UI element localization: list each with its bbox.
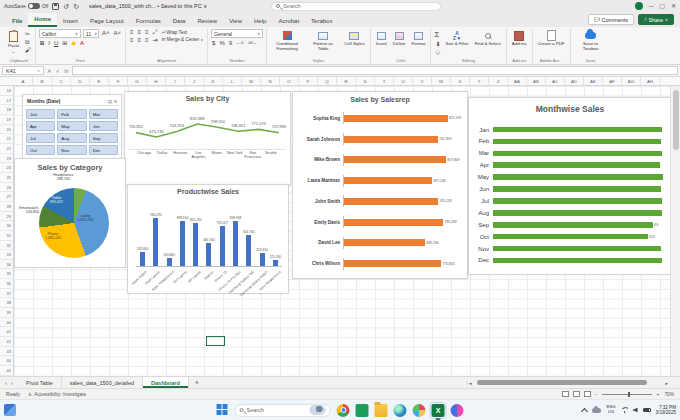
redo-icon[interactable]: ↻ [73, 3, 79, 10]
title-search-box[interactable]: Search [271, 2, 441, 11]
format-cells-button[interactable]: Format [410, 29, 428, 48]
productwise-sales-chart[interactable]: Productwise Sales 282,800960,290165,8608… [127, 184, 289, 294]
row-header-24[interactable]: 24 [0, 163, 13, 173]
name-box[interactable]: K41 ∨ [2, 66, 44, 75]
insert-cells-button[interactable]: Insert [374, 29, 389, 48]
column-header-AH[interactable]: AH [641, 77, 660, 85]
photos-app-icon[interactable] [413, 404, 426, 417]
onedrive-icon[interactable] [592, 408, 601, 413]
accessibility-status[interactable]: ♿ Accessibility: Investigate [28, 392, 86, 397]
column-headers[interactable]: ABCDEFGHIJKLMNOPQRSTUVWXYZAAABACADAEAFAG… [0, 77, 680, 86]
column-header-W[interactable]: W [432, 77, 451, 85]
column-header-J[interactable]: J [185, 77, 204, 85]
accounting-format-icon[interactable]: $ [211, 40, 216, 47]
row-header-28[interactable]: 28 [0, 202, 13, 212]
row-header-40[interactable]: 40 [0, 318, 13, 328]
wifi-icon[interactable] [621, 407, 628, 413]
tab-scroll-right-icon[interactable]: › [11, 380, 13, 386]
column-header-N[interactable]: N [261, 77, 280, 85]
ribbon-tab-terabox[interactable]: Terabox [305, 15, 338, 27]
column-header-AE[interactable]: AE [584, 77, 603, 85]
page-layout-view-icon[interactable] [573, 391, 580, 397]
create-pdf-button[interactable]: Create a PDF [536, 29, 567, 48]
column-header-AC[interactable]: AC [546, 77, 565, 85]
row-header-16[interactable]: 16 [0, 86, 13, 96]
start-button[interactable] [217, 404, 229, 416]
excel-taskbar-icon[interactable]: X [432, 404, 445, 417]
sales-by-salesrep-chart[interactable]: Sales by Salesrep Sophia King821,195Sara… [292, 91, 468, 279]
sheets-app-icon[interactable] [356, 404, 369, 417]
font-name-combo[interactable]: Calibri ∨ [39, 29, 81, 38]
chrome-icon[interactable] [337, 404, 350, 417]
row-header-29[interactable]: 29 [0, 212, 13, 222]
copy-icon[interactable]: ⧉ [24, 39, 32, 46]
format-as-table-button[interactable]: Format as Table [306, 29, 340, 53]
autosave-switch-icon[interactable] [28, 3, 40, 9]
column-header-Y[interactable]: Y [470, 77, 489, 85]
autosave-toggle[interactable]: AutoSave Off [4, 3, 48, 9]
active-cell[interactable] [206, 336, 225, 346]
column-header-S[interactable]: S [356, 77, 375, 85]
font-color-icon[interactable]: A [79, 40, 85, 47]
slicer-button-aug[interactable]: Aug [57, 133, 86, 143]
new-sheet-button[interactable]: + [189, 377, 205, 388]
column-header-T[interactable]: T [375, 77, 394, 85]
account-avatar[interactable] [635, 2, 643, 10]
format-painter-icon[interactable]: 🖌 [24, 47, 32, 54]
row-header-37[interactable]: 37 [0, 289, 13, 299]
row-header-17[interactable]: 17 [0, 96, 13, 106]
slicer-button-apr[interactable]: Apr [26, 121, 55, 131]
sheet-tab-dashboard[interactable]: Dashboard [143, 377, 189, 388]
slicer-button-oct[interactable]: Oct [26, 145, 55, 155]
addins-button[interactable]: Add-ins [510, 29, 529, 48]
widgets-icon[interactable] [4, 404, 16, 416]
formula-input[interactable] [72, 66, 679, 75]
row-header-30[interactable]: 30 [0, 221, 13, 231]
horizontal-scrollbar[interactable] [473, 380, 663, 386]
align-middle-icon[interactable]: ≡ [137, 29, 143, 36]
comments-button[interactable]: 💬 Comments [588, 14, 634, 25]
column-header-V[interactable]: V [413, 77, 432, 85]
fill-color-icon[interactable]: ◆ [70, 40, 77, 47]
vertical-scrollbar[interactable] [670, 86, 680, 376]
italic-button[interactable]: I [47, 40, 51, 47]
bold-button[interactable]: B [39, 40, 45, 47]
row-header-18[interactable]: 18 [0, 105, 13, 115]
undo-icon[interactable]: ↺ [63, 3, 69, 10]
tray-chevron-icon[interactable] [581, 407, 588, 414]
comma-format-icon[interactable]: 9 [228, 40, 233, 47]
row-header-33[interactable]: 33 [0, 250, 13, 260]
row-headers[interactable]: 1617181920212223242526272829303132333435… [0, 86, 14, 376]
cut-icon[interactable]: ✂ [24, 31, 32, 38]
row-header-39[interactable]: 39 [0, 308, 13, 318]
slicer-multiselect-icon[interactable]: ▤ [108, 99, 112, 104]
number-format-combo[interactable]: General ∨ [211, 29, 263, 38]
ribbon-tab-home[interactable]: Home [28, 13, 57, 27]
font-size-combo[interactable]: 11 ∨ [83, 29, 99, 38]
sheet-tab-pivot-table[interactable]: Pivot Table [18, 377, 62, 388]
row-header-42[interactable]: 42 [0, 337, 13, 347]
increase-font-icon[interactable]: A˄ [101, 30, 111, 37]
find-select-button[interactable]: Find & Select [473, 29, 503, 48]
ribbon-tab-view[interactable]: View [223, 15, 248, 27]
column-header-I[interactable]: I [166, 77, 185, 85]
delete-cells-button[interactable]: Delete [391, 29, 408, 48]
conditional-formatting-button[interactable]: Conditional Formatting [270, 29, 304, 53]
merge-center-button[interactable]: ⊟ Merge & Center ∨ [161, 37, 205, 43]
column-header-L[interactable]: L [223, 77, 242, 85]
row-header-26[interactable]: 26 [0, 183, 13, 193]
column-header-A[interactable]: A [14, 77, 33, 85]
align-top-icon[interactable]: ≡ [129, 29, 135, 36]
column-header-AD[interactable]: AD [565, 77, 584, 85]
zoom-slider[interactable] [602, 394, 652, 395]
slicer-button-may[interactable]: May [57, 121, 86, 131]
row-header-21[interactable]: 21 [0, 134, 13, 144]
column-header-C[interactable]: C [52, 77, 71, 85]
scroll-right-icon[interactable]: ▸ [665, 380, 668, 386]
row-header-32[interactable]: 32 [0, 241, 13, 251]
column-header-AA[interactable]: AA [508, 77, 527, 85]
months-slicer[interactable]: Months (Date) ▤ ⍉ JanFebMarAprMayJunJulA… [22, 94, 122, 162]
slicer-button-nov[interactable]: Nov [57, 145, 86, 155]
share-button[interactable]: ⤴ Share ∨ [638, 14, 674, 25]
ribbon-tab-help[interactable]: Help [248, 15, 272, 27]
